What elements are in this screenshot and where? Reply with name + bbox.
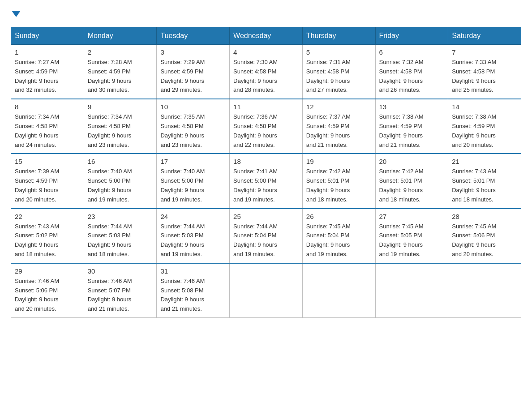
calendar-cell: 18Sunrise: 7:41 AMSunset: 5:00 PMDayligh… — [230, 154, 303, 208]
column-header-thursday: Thursday — [302, 27, 375, 45]
calendar-cell: 7Sunrise: 7:33 AMSunset: 4:58 PMDaylight… — [448, 45, 521, 99]
calendar-cell: 17Sunrise: 7:40 AMSunset: 5:00 PMDayligh… — [157, 154, 230, 208]
column-header-friday: Friday — [375, 27, 448, 45]
week-row-4: 22Sunrise: 7:43 AMSunset: 5:02 PMDayligh… — [11, 209, 521, 263]
day-number: 28 — [452, 213, 517, 220]
day-info: Sunrise: 7:46 AMSunset: 5:08 PMDaylight:… — [160, 277, 226, 314]
day-number: 26 — [306, 213, 372, 220]
calendar-cell: 27Sunrise: 7:45 AMSunset: 5:05 PMDayligh… — [375, 209, 448, 263]
calendar-cell — [302, 263, 375, 318]
day-number: 29 — [15, 267, 80, 275]
calendar-cell — [375, 263, 448, 318]
day-number: 19 — [306, 158, 372, 165]
day-info: Sunrise: 7:46 AMSunset: 5:07 PMDaylight:… — [88, 277, 153, 314]
calendar-cell: 21Sunrise: 7:43 AMSunset: 5:01 PMDayligh… — [448, 154, 521, 208]
column-header-saturday: Saturday — [448, 27, 521, 45]
day-info: Sunrise: 7:34 AMSunset: 4:58 PMDaylight:… — [15, 112, 80, 150]
day-number: 30 — [88, 267, 153, 275]
day-info: Sunrise: 7:45 AMSunset: 5:06 PMDaylight:… — [452, 222, 517, 259]
week-row-5: 29Sunrise: 7:46 AMSunset: 5:06 PMDayligh… — [11, 263, 521, 318]
calendar-cell: 13Sunrise: 7:38 AMSunset: 4:59 PMDayligh… — [375, 99, 448, 154]
page-header — [11, 11, 521, 18]
calendar-cell: 11Sunrise: 7:36 AMSunset: 4:58 PMDayligh… — [230, 99, 303, 154]
day-number: 9 — [88, 103, 153, 111]
calendar-cell: 3Sunrise: 7:29 AMSunset: 4:59 PMDaylight… — [157, 45, 230, 99]
day-number: 22 — [15, 213, 80, 220]
calendar-cell: 19Sunrise: 7:42 AMSunset: 5:01 PMDayligh… — [302, 154, 375, 208]
logo — [11, 11, 21, 18]
day-info: Sunrise: 7:28 AMSunset: 4:59 PMDaylight:… — [88, 58, 153, 95]
day-info: Sunrise: 7:45 AMSunset: 5:05 PMDaylight:… — [379, 222, 445, 259]
day-number: 3 — [160, 48, 226, 56]
day-info: Sunrise: 7:44 AMSunset: 5:04 PMDaylight:… — [233, 222, 299, 259]
day-info: Sunrise: 7:44 AMSunset: 5:03 PMDaylight:… — [160, 222, 226, 259]
day-info: Sunrise: 7:39 AMSunset: 4:59 PMDaylight:… — [15, 167, 80, 204]
calendar-cell: 12Sunrise: 7:37 AMSunset: 4:59 PMDayligh… — [302, 99, 375, 154]
day-number: 27 — [379, 213, 445, 220]
calendar-header-row: SundayMondayTuesdayWednesdayThursdayFrid… — [11, 27, 521, 45]
calendar-table: SundayMondayTuesdayWednesdayThursdayFrid… — [11, 27, 521, 318]
logo-arrow-icon — [12, 11, 21, 17]
day-number: 17 — [160, 158, 226, 165]
week-row-2: 8Sunrise: 7:34 AMSunset: 4:58 PMDaylight… — [11, 99, 521, 154]
day-info: Sunrise: 7:33 AMSunset: 4:58 PMDaylight:… — [452, 58, 517, 95]
day-info: Sunrise: 7:43 AMSunset: 5:02 PMDaylight:… — [15, 222, 80, 259]
day-info: Sunrise: 7:38 AMSunset: 4:59 PMDaylight:… — [452, 112, 517, 150]
day-number: 21 — [452, 158, 517, 165]
day-number: 18 — [233, 158, 299, 165]
calendar-cell: 25Sunrise: 7:44 AMSunset: 5:04 PMDayligh… — [230, 209, 303, 263]
column-header-sunday: Sunday — [11, 27, 84, 45]
calendar-cell: 5Sunrise: 7:31 AMSunset: 4:58 PMDaylight… — [302, 45, 375, 99]
day-info: Sunrise: 7:40 AMSunset: 5:00 PMDaylight:… — [88, 167, 153, 204]
calendar-cell: 6Sunrise: 7:32 AMSunset: 4:58 PMDaylight… — [375, 45, 448, 99]
day-number: 6 — [379, 48, 445, 56]
day-number: 16 — [88, 158, 153, 165]
day-number: 24 — [160, 213, 226, 220]
day-number: 8 — [15, 103, 80, 111]
day-number: 5 — [306, 48, 372, 56]
column-header-monday: Monday — [84, 27, 157, 45]
calendar-cell: 26Sunrise: 7:45 AMSunset: 5:04 PMDayligh… — [302, 209, 375, 263]
calendar-cell: 15Sunrise: 7:39 AMSunset: 4:59 PMDayligh… — [11, 154, 84, 208]
calendar-cell — [448, 263, 521, 318]
calendar-cell: 4Sunrise: 7:30 AMSunset: 4:58 PMDaylight… — [230, 45, 303, 99]
day-info: Sunrise: 7:31 AMSunset: 4:58 PMDaylight:… — [306, 58, 372, 95]
calendar-cell — [230, 263, 303, 318]
calendar-cell: 10Sunrise: 7:35 AMSunset: 4:58 PMDayligh… — [157, 99, 230, 154]
day-number: 13 — [379, 103, 445, 111]
calendar-cell: 2Sunrise: 7:28 AMSunset: 4:59 PMDaylight… — [84, 45, 157, 99]
calendar-cell: 1Sunrise: 7:27 AMSunset: 4:59 PMDaylight… — [11, 45, 84, 99]
week-row-3: 15Sunrise: 7:39 AMSunset: 4:59 PMDayligh… — [11, 154, 521, 208]
day-number: 23 — [88, 213, 153, 220]
calendar-cell: 29Sunrise: 7:46 AMSunset: 5:06 PMDayligh… — [11, 263, 84, 318]
calendar-cell: 24Sunrise: 7:44 AMSunset: 5:03 PMDayligh… — [157, 209, 230, 263]
day-number: 25 — [233, 213, 299, 220]
calendar-cell: 30Sunrise: 7:46 AMSunset: 5:07 PMDayligh… — [84, 263, 157, 318]
day-info: Sunrise: 7:46 AMSunset: 5:06 PMDaylight:… — [15, 277, 80, 314]
day-info: Sunrise: 7:44 AMSunset: 5:03 PMDaylight:… — [88, 222, 153, 259]
day-info: Sunrise: 7:45 AMSunset: 5:04 PMDaylight:… — [306, 222, 372, 259]
week-row-1: 1Sunrise: 7:27 AMSunset: 4:59 PMDaylight… — [11, 45, 521, 99]
day-info: Sunrise: 7:38 AMSunset: 4:59 PMDaylight:… — [379, 112, 445, 150]
day-number: 4 — [233, 48, 299, 56]
calendar-cell: 16Sunrise: 7:40 AMSunset: 5:00 PMDayligh… — [84, 154, 157, 208]
day-number: 15 — [15, 158, 80, 165]
day-info: Sunrise: 7:42 AMSunset: 5:01 PMDaylight:… — [379, 167, 445, 204]
day-info: Sunrise: 7:36 AMSunset: 4:58 PMDaylight:… — [233, 112, 299, 150]
day-number: 10 — [160, 103, 226, 111]
day-info: Sunrise: 7:34 AMSunset: 4:58 PMDaylight:… — [88, 112, 153, 150]
day-number: 14 — [452, 103, 517, 111]
day-info: Sunrise: 7:30 AMSunset: 4:58 PMDaylight:… — [233, 58, 299, 95]
day-number: 2 — [88, 48, 153, 56]
day-info: Sunrise: 7:43 AMSunset: 5:01 PMDaylight:… — [452, 167, 517, 204]
day-number: 1 — [15, 48, 80, 56]
calendar-cell: 9Sunrise: 7:34 AMSunset: 4:58 PMDaylight… — [84, 99, 157, 154]
day-number: 31 — [160, 267, 226, 275]
day-number: 12 — [306, 103, 372, 111]
day-info: Sunrise: 7:27 AMSunset: 4:59 PMDaylight:… — [15, 58, 80, 95]
calendar-cell: 20Sunrise: 7:42 AMSunset: 5:01 PMDayligh… — [375, 154, 448, 208]
column-header-tuesday: Tuesday — [157, 27, 230, 45]
day-number: 11 — [233, 103, 299, 111]
day-info: Sunrise: 7:42 AMSunset: 5:01 PMDaylight:… — [306, 167, 372, 204]
day-info: Sunrise: 7:35 AMSunset: 4:58 PMDaylight:… — [160, 112, 226, 150]
